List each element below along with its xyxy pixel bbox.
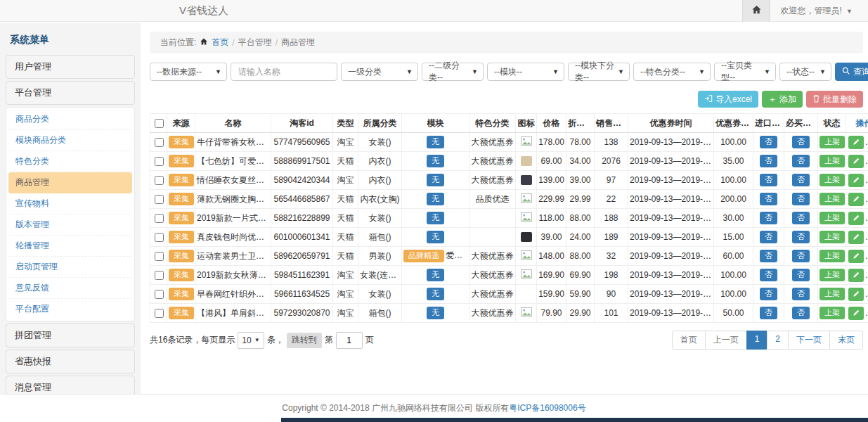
per-page-select[interactable]: 10 ▼ bbox=[238, 332, 264, 349]
page-button-1[interactable]: 1 bbox=[746, 331, 768, 350]
edit-button[interactable] bbox=[848, 307, 864, 320]
edit-button[interactable] bbox=[848, 212, 864, 225]
import-toggle-badge[interactable]: 否 bbox=[760, 155, 777, 167]
row-checkbox[interactable] bbox=[155, 195, 164, 204]
sidebar-item-sub[interactable]: 平台配置 bbox=[8, 299, 132, 319]
sidebar-item-sub[interactable]: 轮播管理 bbox=[8, 236, 132, 257]
import-toggle-badge[interactable]: 否 bbox=[760, 174, 777, 186]
filter-select[interactable]: --特色分类--▼ bbox=[633, 63, 711, 81]
import-toggle-badge[interactable]: 否 bbox=[760, 193, 777, 205]
filter-select[interactable]: --模块--▼ bbox=[487, 63, 564, 81]
page-button-末页[interactable]: 末页 bbox=[829, 331, 863, 350]
status-badge[interactable]: 上架 bbox=[820, 269, 845, 281]
sidebar-group[interactable]: 省惠快报 bbox=[6, 350, 135, 373]
sidebar-item-sub[interactable]: 版本管理 bbox=[8, 215, 132, 236]
status-badge[interactable]: 上架 bbox=[820, 193, 845, 205]
status-badge[interactable]: 上架 bbox=[820, 212, 845, 224]
sidebar-item-sub[interactable]: 模块商品分类 bbox=[8, 130, 132, 151]
row-checkbox[interactable] bbox=[155, 214, 164, 223]
coupon-time-cell: 2019-09-13—2019-09-18 bbox=[628, 152, 714, 171]
row-checkbox[interactable] bbox=[155, 138, 164, 147]
name-search-input[interactable] bbox=[231, 63, 337, 81]
sidebar-group[interactable]: 消息管理 bbox=[6, 376, 135, 394]
import-toggle-badge[interactable]: 否 bbox=[760, 269, 777, 281]
mustbuy-toggle-badge[interactable]: 否 bbox=[792, 174, 810, 186]
coupon-amount-cell: 100.00 bbox=[714, 171, 753, 190]
jump-page-input[interactable] bbox=[336, 332, 363, 349]
add-button[interactable]: ＋ 添加 bbox=[762, 91, 803, 108]
import-toggle-badge[interactable]: 否 bbox=[760, 231, 777, 243]
filter-select[interactable]: --二级分类--▼ bbox=[422, 63, 484, 81]
status-badge[interactable]: 上架 bbox=[820, 136, 845, 148]
sidebar-item-sub[interactable]: 启动页管理 bbox=[8, 257, 132, 278]
import-toggle-badge[interactable]: 否 bbox=[760, 288, 777, 300]
jump-button[interactable]: 跳转到 bbox=[287, 333, 322, 348]
filter-select[interactable]: --模块下分类--▼ bbox=[568, 63, 630, 81]
filter-select[interactable]: --数据来源--▼ bbox=[150, 63, 227, 81]
product-thumbnail bbox=[521, 156, 532, 166]
sidebar-group-users[interactable]: 用户管理 bbox=[6, 55, 135, 79]
edit-button[interactable] bbox=[848, 250, 864, 263]
mustbuy-toggle-badge[interactable]: 否 bbox=[792, 269, 810, 281]
page-button-下一页[interactable]: 下一页 bbox=[788, 331, 830, 350]
home-button[interactable] bbox=[742, 0, 770, 21]
icp-link[interactable]: 粤ICP备16098006号 bbox=[509, 402, 585, 414]
mustbuy-toggle-badge[interactable]: 否 bbox=[792, 155, 810, 167]
import-toggle-badge[interactable]: 否 bbox=[760, 307, 777, 319]
import-toggle-badge[interactable]: 否 bbox=[760, 212, 777, 224]
sidebar-item-sub[interactable]: 商品分类 bbox=[8, 109, 132, 130]
sidebar-item-sub[interactable]: 特色分类 bbox=[8, 151, 132, 172]
mustbuy-toggle-badge[interactable]: 否 bbox=[792, 250, 810, 262]
row-checkbox[interactable] bbox=[155, 290, 164, 299]
mustbuy-toggle-badge[interactable]: 否 bbox=[792, 307, 810, 319]
status-badge[interactable]: 上架 bbox=[820, 174, 845, 186]
row-checkbox[interactable] bbox=[155, 176, 164, 185]
status-badge[interactable]: 上架 bbox=[820, 250, 845, 262]
user-menu[interactable]: 欢迎您，管理员! ▼ bbox=[770, 5, 868, 17]
import-toggle-badge[interactable]: 否 bbox=[760, 136, 777, 148]
edit-button[interactable] bbox=[848, 136, 864, 149]
mustbuy-toggle-badge[interactable]: 否 bbox=[792, 193, 810, 205]
row-checkbox[interactable] bbox=[155, 233, 164, 242]
status-badge[interactable]: 上架 bbox=[820, 231, 845, 243]
product-name-cell: 运动套装男士卫衣初秋... bbox=[195, 247, 271, 266]
edit-button[interactable] bbox=[848, 193, 864, 206]
batch-delete-button[interactable]: 批量删除 bbox=[806, 91, 863, 108]
status-cell: 上架 bbox=[818, 171, 846, 190]
page-button-2[interactable]: 2 bbox=[767, 331, 789, 350]
row-checkbox[interactable] bbox=[155, 271, 164, 280]
import-excel-button[interactable]: 导入excel bbox=[698, 91, 758, 108]
import-toggle-badge[interactable]: 否 bbox=[760, 250, 777, 262]
sidebar-item-active[interactable]: 商品管理 bbox=[8, 172, 132, 193]
mustbuy-cell: 否 bbox=[784, 228, 818, 247]
table-row: 采集情侣睡衣女夏丝绸男士...589042420344淘宝内衣()无大额优惠券1… bbox=[150, 171, 868, 190]
mustbuy-toggle-badge[interactable]: 否 bbox=[792, 231, 810, 243]
page-button-上一页[interactable]: 上一页 bbox=[705, 331, 747, 350]
status-badge[interactable]: 上架 bbox=[820, 155, 845, 167]
sidebar-group-platform[interactable]: 平台管理 bbox=[6, 81, 135, 105]
edit-button[interactable] bbox=[848, 288, 864, 301]
mustbuy-cell: 否 bbox=[784, 266, 818, 285]
row-checkbox[interactable] bbox=[155, 252, 164, 261]
sidebar-group[interactable]: 拼团管理 bbox=[6, 324, 135, 347]
status-badge[interactable]: 上架 bbox=[820, 307, 845, 319]
edit-button[interactable] bbox=[848, 269, 864, 282]
select-all-checkbox[interactable] bbox=[155, 119, 164, 128]
row-checkbox[interactable] bbox=[155, 309, 164, 318]
edit-button[interactable] bbox=[848, 231, 864, 244]
filter-select[interactable]: 一级分类▼ bbox=[341, 63, 418, 81]
sidebar-item-sub[interactable]: 宣传物料 bbox=[8, 193, 132, 215]
mustbuy-toggle-badge[interactable]: 否 bbox=[792, 288, 810, 300]
row-checkbox[interactable] bbox=[155, 157, 164, 166]
breadcrumb-home-link[interactable]: 首页 bbox=[212, 37, 228, 49]
sidebar-item-sub[interactable]: 意见反馈 bbox=[8, 278, 132, 299]
edit-button[interactable] bbox=[848, 174, 864, 187]
mustbuy-toggle-badge[interactable]: 否 bbox=[792, 136, 810, 148]
search-button[interactable]: 查询 bbox=[835, 63, 868, 81]
mustbuy-toggle-badge[interactable]: 否 bbox=[792, 212, 810, 224]
page-button-首页[interactable]: 首页 bbox=[672, 331, 706, 350]
filter-select[interactable]: --状态--▼ bbox=[779, 63, 831, 81]
filter-select[interactable]: --宝贝类型--▼ bbox=[714, 63, 776, 81]
edit-button[interactable] bbox=[848, 155, 864, 168]
status-badge[interactable]: 上架 bbox=[820, 288, 845, 300]
